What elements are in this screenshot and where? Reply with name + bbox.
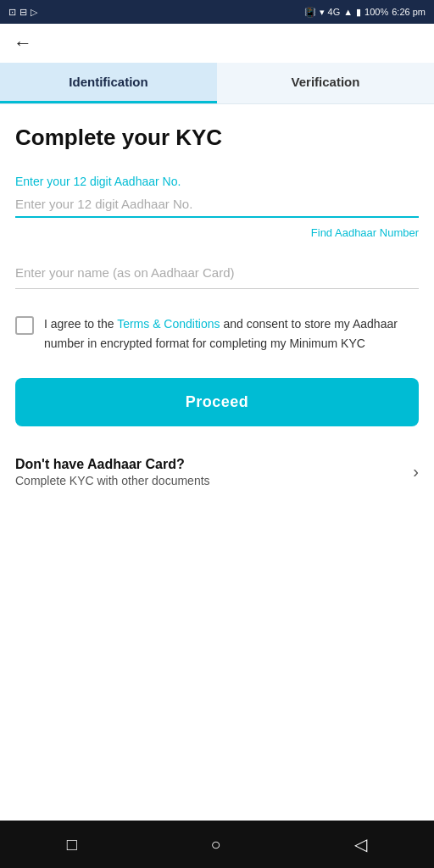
notification-icon: ⊟ [19, 7, 27, 18]
terms-conditions-link[interactable]: Terms & Conditions [117, 317, 220, 331]
agree-text-before: I agree to the [44, 317, 117, 331]
vibrate-icon: 📳 [304, 7, 316, 18]
screenshot-icon: ⊡ [8, 7, 16, 18]
no-aadhaar-text: Don't have Aadhaar Card? Complete KYC wi… [15, 457, 210, 487]
name-input[interactable] [15, 257, 419, 289]
find-aadhaar-link[interactable]: Find Aadhaar Number [311, 226, 419, 239]
status-icons-right: 📳 ▾ 4G ▲ ▮ 100% 6:26 pm [304, 7, 426, 18]
battery-icon: ▮ [356, 7, 361, 18]
name-input-container [15, 257, 419, 289]
nav-triangle-icon[interactable]: ◁ [354, 834, 367, 854]
find-aadhaar-link-container: Find Aadhaar Number [15, 225, 419, 240]
aadhaar-input-label: Enter your 12 digit Aadhaar No. [15, 175, 419, 188]
app-header: ← [0, 24, 434, 63]
chevron-right-icon: › [413, 462, 419, 481]
tabs-container: Identification Verification [0, 63, 434, 104]
status-icons-left: ⊡ ⊟ ▷ [8, 7, 37, 18]
signal-icon: ▲ [343, 7, 353, 17]
status-bar: ⊡ ⊟ ▷ 📳 ▾ 4G ▲ ▮ 100% 6:26 pm [0, 0, 434, 24]
no-aadhaar-section[interactable]: Don't have Aadhaar Card? Complete KYC wi… [15, 453, 419, 491]
wifi-icon: ▾ [320, 7, 325, 18]
terms-text: I agree to the Terms & Conditions and co… [44, 314, 419, 353]
aadhaar-input[interactable] [15, 192, 419, 218]
terms-checkbox-row: I agree to the Terms & Conditions and co… [15, 314, 419, 353]
network-label: 4G [328, 7, 341, 17]
cast-icon: ▷ [31, 7, 37, 18]
nav-square-icon[interactable]: □ [67, 835, 77, 854]
no-aadhaar-sub: Complete KYC with other documents [15, 474, 210, 487]
tab-verification[interactable]: Verification [217, 63, 434, 103]
proceed-button[interactable]: Proceed [15, 378, 419, 426]
bottom-nav: □ ○ ◁ [0, 821, 434, 868]
terms-checkbox[interactable] [15, 316, 34, 335]
page-title: Complete your KYC [15, 125, 419, 151]
nav-circle-icon[interactable]: ○ [210, 835, 220, 854]
no-aadhaar-heading: Don't have Aadhaar Card? [15, 457, 210, 472]
main-content: Complete your KYC Enter your 12 digit Aa… [0, 104, 434, 821]
time-label: 6:26 pm [392, 7, 426, 17]
tab-identification[interactable]: Identification [0, 63, 217, 103]
battery-label: 100% [364, 7, 388, 17]
back-button[interactable]: ← [14, 34, 32, 53]
aadhaar-input-container: Enter your 12 digit Aadhaar No. Find Aad… [15, 175, 419, 240]
